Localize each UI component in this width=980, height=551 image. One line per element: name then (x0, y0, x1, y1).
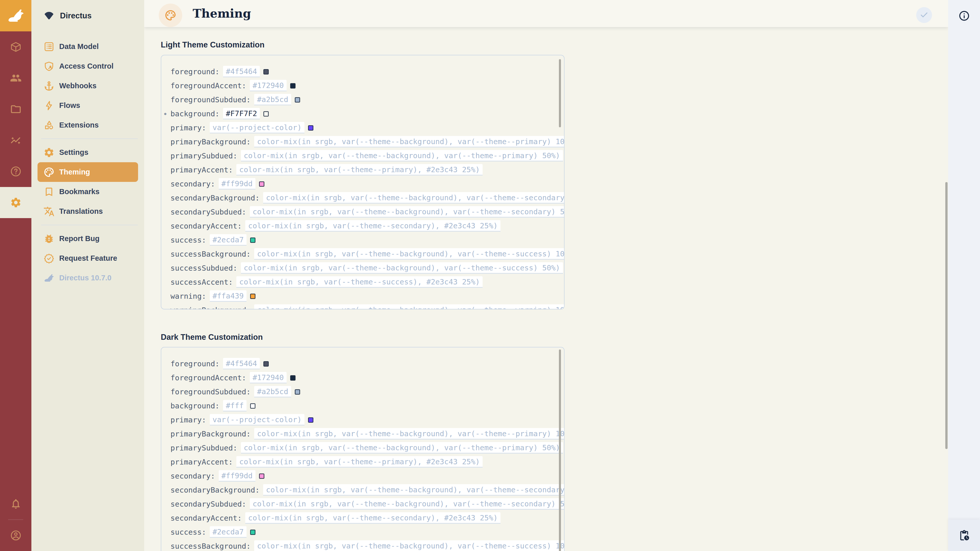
row-value[interactable]: var(--project-color) (210, 414, 304, 426)
editor-scrollbar-thumb[interactable] (559, 59, 561, 127)
help-module-button[interactable] (0, 156, 32, 187)
color-swatch[interactable] (250, 403, 256, 409)
color-swatch[interactable] (290, 375, 296, 381)
row-value[interactable]: color-mix(in srgb, var(--theme--backgrou… (254, 540, 565, 551)
files-module-button[interactable] (0, 94, 32, 125)
insights-module-button[interactable] (0, 125, 32, 156)
color-swatch[interactable] (263, 69, 269, 75)
theme-rule-row[interactable]: • secondary: #ff99dd (170, 469, 564, 483)
theme-rule-row[interactable]: • primaryBackground: color-mix(in srgb, … (170, 427, 564, 441)
row-value[interactable]: color-mix(in srgb, var(--theme--backgrou… (250, 206, 565, 218)
page-scrollbar-thumb[interactable] (945, 182, 948, 449)
color-swatch[interactable] (263, 111, 269, 117)
color-swatch[interactable] (250, 294, 256, 299)
account-button[interactable] (0, 520, 32, 551)
editor-scrollbar-thumb[interactable] (559, 349, 561, 551)
color-swatch[interactable] (259, 181, 264, 187)
sidebar-item-flows[interactable]: Flows (32, 96, 144, 115)
color-swatch[interactable] (308, 417, 313, 423)
row-value[interactable]: #4f5464 (223, 66, 260, 77)
color-swatch[interactable] (295, 389, 300, 395)
theme-rule-row[interactable]: • successBackground: color-mix(in srgb, … (170, 539, 564, 551)
theme-rule-row[interactable]: • warningBackground: color-mix(in srgb, … (170, 303, 564, 310)
theme-rule-row[interactable]: • background: #fff (170, 399, 564, 413)
row-value[interactable]: color-mix(in srgb, var(--theme--secondar… (245, 220, 501, 232)
row-value[interactable]: #F7F7F2 (223, 108, 260, 119)
theme-rule-row[interactable]: • background: #F7F7F2 (170, 106, 564, 121)
row-value[interactable]: color-mix(in srgb, var(--theme--backgrou… (250, 498, 565, 510)
sidebar-item-access-control[interactable]: Access Control (32, 56, 144, 76)
theme-rule-row[interactable]: • primaryAccent: color-mix(in srgb, var(… (170, 163, 564, 177)
users-module-button[interactable] (0, 62, 32, 94)
sidebar-item-theming[interactable]: Theming (38, 162, 138, 182)
row-value[interactable]: #4f5464 (223, 358, 260, 369)
light-theme-editor[interactable]: • foreground: #4f5464 • foregroundAccent… (161, 55, 565, 310)
sidebar-item-data-model[interactable]: Data Model (32, 37, 144, 56)
sidebar-item-request-feature[interactable]: Request Feature (32, 248, 144, 268)
row-value[interactable]: color-mix(in srgb, var(--theme--secondar… (245, 512, 501, 524)
theme-rule-row[interactable]: • foreground: #4f5464 (170, 357, 564, 371)
theme-rule-row[interactable]: • primarySubdued: color-mix(in srgb, var… (170, 441, 564, 455)
theme-rule-row[interactable]: • secondaryAccent: color-mix(in srgb, va… (170, 219, 564, 233)
row-value[interactable]: var(--project-color) (210, 122, 304, 133)
theme-rule-row[interactable]: • success: #2ecda7 (170, 525, 564, 539)
theme-rule-row[interactable]: • secondaryAccent: color-mix(in srgb, va… (170, 511, 564, 525)
row-value[interactable]: color-mix(in srgb, var(--theme--backgrou… (254, 428, 565, 440)
dark-theme-editor[interactable]: • foreground: #4f5464 • foregroundAccent… (161, 347, 565, 551)
theme-rule-row[interactable]: • foreground: #4f5464 (170, 65, 564, 79)
save-button[interactable] (916, 7, 932, 23)
theme-rule-row[interactable]: • primary: var(--project-color) (170, 121, 564, 135)
row-value[interactable]: #a2b5cd (254, 94, 291, 105)
row-value[interactable]: color-mix(in srgb, var(--theme--backgrou… (254, 136, 565, 148)
sidebar-item-report-bug[interactable]: Report Bug (32, 229, 144, 248)
settings-module-button[interactable] (0, 187, 32, 218)
theme-rule-row[interactable]: • foregroundSubdued: #a2b5cd (170, 93, 564, 106)
color-swatch[interactable] (295, 97, 300, 103)
content-module-button[interactable] (0, 32, 32, 62)
directus-logo-tile[interactable] (0, 0, 32, 32)
theme-rule-row[interactable]: • successAccent: color-mix(in srgb, var(… (170, 275, 564, 289)
theme-rule-row[interactable]: • success: #2ecda7 (170, 233, 564, 247)
info-button[interactable] (948, 0, 980, 32)
theme-rule-row[interactable]: • successSubdued: color-mix(in srgb, var… (170, 261, 564, 275)
row-value[interactable]: color-mix(in srgb, var(--theme--backgrou… (254, 248, 565, 260)
row-value[interactable]: color-mix(in srgb, var(--theme--backgrou… (241, 150, 563, 162)
theme-rule-row[interactable]: • primaryAccent: color-mix(in srgb, var(… (170, 455, 564, 469)
row-value[interactable]: #fff (223, 400, 247, 411)
theme-rule-row[interactable]: • secondary: #ff99dd (170, 177, 564, 191)
theme-rule-row[interactable]: • secondarySubdued: color-mix(in srgb, v… (170, 205, 564, 219)
row-value[interactable]: color-mix(in srgb, var(--theme--backgrou… (241, 442, 563, 454)
color-swatch[interactable] (263, 361, 269, 367)
theme-rule-row[interactable]: • foregroundAccent: #172940 (170, 79, 564, 93)
row-value[interactable]: #2ecda7 (210, 526, 247, 538)
theme-rule-row[interactable]: • secondarySubdued: color-mix(in srgb, v… (170, 497, 564, 511)
row-value[interactable]: #172940 (250, 80, 286, 91)
row-value[interactable]: #2ecda7 (210, 234, 247, 246)
theme-rule-row[interactable]: • primaryBackground: color-mix(in srgb, … (170, 135, 564, 149)
row-value[interactable]: color-mix(in srgb, var(--theme--primary)… (236, 164, 483, 176)
row-value[interactable]: color-mix(in srgb, var(--theme--primary)… (236, 456, 483, 468)
theme-rule-row[interactable]: • successBackground: color-mix(in srgb, … (170, 247, 564, 261)
theme-rule-row[interactable]: • primary: var(--project-color) (170, 413, 564, 427)
row-value[interactable]: color-mix(in srgb, var(--theme--success)… (236, 276, 483, 288)
row-value[interactable]: #172940 (250, 372, 286, 383)
theme-rule-row[interactable]: • foregroundAccent: #172940 (170, 371, 564, 385)
theme-rule-row[interactable]: • secondaryBackground: color-mix(in srgb… (170, 191, 564, 205)
color-swatch[interactable] (290, 83, 296, 89)
row-value[interactable]: #ff99dd (219, 178, 256, 189)
sidebar-item-extensions[interactable]: Extensions (32, 115, 144, 135)
theme-rule-row[interactable]: • warning: #ffa439 (170, 289, 564, 303)
row-value[interactable]: #a2b5cd (254, 386, 291, 397)
row-value[interactable]: color-mix(in srgb, var(--theme--backgrou… (254, 304, 565, 310)
color-swatch[interactable] (250, 530, 256, 535)
row-value[interactable]: #ffa439 (210, 290, 247, 302)
sidebar-item-webhooks[interactable]: Webhooks (32, 76, 144, 96)
activity-drawer[interactable] (948, 519, 980, 551)
theme-rule-row[interactable]: • foregroundSubdued: #a2b5cd (170, 385, 564, 399)
theme-rule-row[interactable]: • primarySubdued: color-mix(in srgb, var… (170, 149, 564, 163)
theme-rule-row[interactable]: • secondaryBackground: color-mix(in srgb… (170, 483, 564, 497)
color-swatch[interactable] (250, 238, 256, 243)
row-value[interactable]: #ff99dd (219, 470, 256, 482)
notifications-button[interactable] (0, 488, 32, 519)
sidebar-item-settings[interactable]: Settings (32, 143, 144, 162)
